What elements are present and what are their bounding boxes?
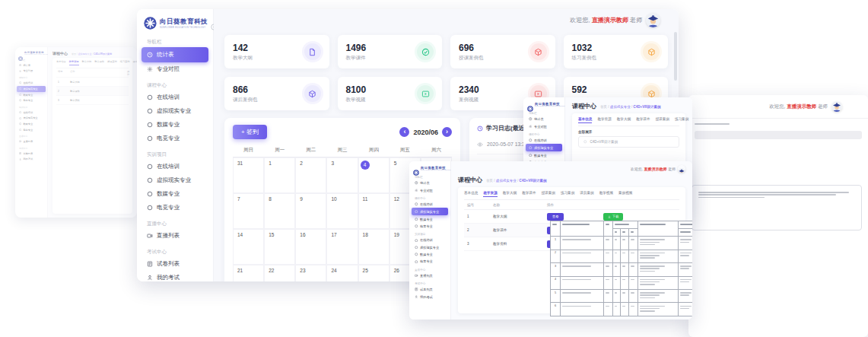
breadcrumb-major[interactable]: 虚拟现实专业 — [78, 52, 92, 56]
calendar-day-cell[interactable]: 8 — [264, 193, 295, 229]
sidebar-item[interactable]: 统计表 — [141, 47, 208, 62]
tab-3[interactable]: 教学大纲 — [82, 60, 92, 65]
calendar-day-cell[interactable]: 3 — [326, 157, 358, 193]
sidebar-item[interactable]: 数媒专业 — [409, 215, 450, 222]
tab-2[interactable]: 教学资源 — [597, 117, 611, 123]
sidebar-item[interactable]: 虚拟现实专业 — [137, 173, 213, 187]
tab-4[interactable]: 教学课件 — [522, 191, 536, 197]
tab-5[interactable]: 授课案例 — [656, 117, 669, 123]
calendar-day-cell[interactable]: 7 — [233, 193, 264, 229]
calendar-day-cell[interactable]: 10 — [326, 193, 358, 229]
sidebar-item[interactable]: 数媒专业 — [523, 151, 564, 158]
calendar-day-cell[interactable]: 25 — [358, 265, 389, 281]
sidebar-item[interactable]: 我的考试 — [137, 271, 213, 281]
sidebar-item[interactable]: 数媒专业 — [409, 251, 450, 258]
calendar-day-cell[interactable]: 31 — [233, 157, 264, 193]
tab-4[interactable]: 教学课件 — [94, 60, 104, 65]
sidebar-item[interactable]: 电竞专业 — [15, 127, 47, 133]
sidebar-item[interactable]: 电竞专业 — [409, 223, 450, 230]
sidebar-item[interactable]: 数媒专业 — [15, 121, 47, 127]
tab-5[interactable]: 授课案例 — [542, 191, 555, 197]
sidebar-item[interactable]: 统计表 — [15, 62, 47, 68]
sidebar-item[interactable]: 电竞专业 — [15, 97, 47, 103]
calendar-day-cell[interactable]: 4 — [358, 157, 389, 193]
tab-1[interactable]: 基本信息 — [56, 60, 66, 65]
breadcrumb-home[interactable]: 首页 — [486, 179, 493, 183]
sidebar-item[interactable]: 在线培训 — [15, 110, 47, 116]
sidebar-item[interactable]: 专业对照 — [137, 62, 213, 76]
sidebar-item[interactable]: 在线培训 — [137, 160, 213, 173]
tab-2[interactable]: 教学资源 — [69, 60, 79, 65]
section-header-bar[interactable] — [695, 131, 862, 139]
calendar-day-cell[interactable]: 11 — [358, 193, 389, 229]
scrollbar-thumb[interactable] — [674, 32, 677, 81]
sidebar-item[interactable]: 专业对照 — [523, 122, 564, 129]
tab-5[interactable]: 授课案例 — [107, 60, 117, 65]
next-month-button[interactable]: › — [442, 127, 452, 137]
calendar-day-cell[interactable]: 24 — [326, 265, 358, 281]
view-button[interactable]: 查看 — [547, 213, 564, 221]
sidebar-item[interactable]: 试卷列表 — [15, 151, 47, 157]
sidebar-item[interactable]: 数媒专业 — [137, 187, 213, 201]
sidebar-item[interactable]: 直播列表 — [137, 229, 213, 243]
sidebar-item[interactable]: 专业对照 — [409, 186, 450, 193]
sidebar-item[interactable]: 统计表 — [409, 180, 450, 186]
expand-all-label[interactable]: 全部展开 — [578, 130, 679, 134]
tab-1[interactable]: 基本信息 — [464, 191, 478, 197]
prev-month-button[interactable]: ‹ — [399, 127, 409, 137]
calendar-day-cell[interactable]: 17 — [326, 229, 358, 265]
sidebar-item[interactable]: 虚拟现实专业 — [409, 243, 450, 250]
sidebar-item[interactable]: 在线培训 — [15, 80, 47, 86]
calendar-day-cell[interactable]: 21 — [233, 265, 264, 281]
sidebar-item[interactable]: 电竞专业 — [137, 132, 213, 145]
breadcrumb-home[interactable]: 首页 — [600, 105, 607, 109]
sidebar-item[interactable]: 试卷列表 — [137, 257, 213, 271]
sidebar-item[interactable]: 在线培训 — [409, 237, 450, 243]
calendar-day-cell[interactable]: 1 — [264, 157, 295, 193]
sidebar-item[interactable]: 专业对照 — [15, 68, 47, 75]
tab-6[interactable]: 练习案例 — [675, 117, 688, 123]
sidebar-item[interactable]: 虚拟现实专业 — [412, 208, 448, 215]
user-avatar[interactable] — [831, 101, 842, 112]
sidebar-item[interactable]: 在线培训 — [137, 91, 213, 104]
sidebar-item[interactable]: 虚拟现实专业 — [15, 116, 47, 122]
breadcrumb-major[interactable]: 虚拟现实专业 — [610, 105, 631, 109]
tab-9[interactable]: 案例视频 — [618, 191, 632, 197]
sidebar-item[interactable]: 数媒专业 — [137, 118, 213, 132]
sidebar-item[interactable]: 直播列表 — [409, 272, 450, 279]
sidebar-item[interactable]: 在线培训 — [409, 201, 450, 208]
checkin-button[interactable]: + 签到 — [233, 125, 267, 139]
calendar-day-cell[interactable]: 2 — [295, 157, 326, 193]
calendar-day-cell[interactable]: 23 — [295, 265, 326, 281]
tab-6[interactable]: 练习案例 — [561, 191, 574, 197]
calendar-day-cell[interactable]: 9 — [295, 193, 326, 229]
tab-3[interactable]: 教学大纲 — [503, 191, 517, 197]
sidebar-item[interactable]: 电竞专业 — [137, 201, 213, 215]
user-avatar[interactable] — [646, 13, 660, 27]
sidebar-item[interactable]: 直播列表 — [15, 138, 47, 145]
tab-4[interactable]: 教学课件 — [636, 117, 650, 123]
sidebar-item[interactable]: 我的考试 — [15, 157, 47, 163]
user-avatar[interactable] — [678, 165, 685, 173]
sidebar-item[interactable]: 统计表 — [523, 116, 564, 122]
sidebar-item[interactable]: 在线培训 — [523, 137, 564, 144]
sidebar-item[interactable]: 我的考试 — [409, 293, 450, 300]
calendar-day-cell[interactable]: 18 — [358, 229, 389, 265]
calendar-day-cell[interactable]: 22 — [264, 265, 295, 281]
sidebar-item[interactable]: 数媒专业 — [15, 92, 47, 98]
download-button[interactable]: 下载 — [603, 213, 623, 221]
sidebar-item[interactable]: 虚拟现实专业 — [526, 144, 562, 151]
sidebar-item[interactable]: 试卷列表 — [409, 286, 450, 293]
tab-1[interactable]: 基本信息 — [578, 117, 592, 123]
sidebar-item[interactable]: 电竞专业 — [409, 258, 450, 265]
calendar-day-cell[interactable]: 16 — [295, 229, 326, 265]
breadcrumb-home[interactable]: 首页 — [72, 52, 76, 56]
tab-3[interactable]: 教学大纲 — [617, 117, 631, 123]
tab-8[interactable]: 教学视频 — [599, 191, 613, 197]
sidebar-item[interactable]: 虚拟现实专业 — [17, 86, 46, 92]
breadcrumb-major[interactable]: 虚拟现实专业 — [496, 179, 517, 183]
calendar-day-cell[interactable]: 15 — [264, 229, 295, 265]
tab-6[interactable]: 练习案例 — [120, 60, 130, 65]
tab-7[interactable]: 课后案例 — [580, 191, 593, 197]
calendar-day-cell[interactable]: 14 — [233, 229, 264, 265]
